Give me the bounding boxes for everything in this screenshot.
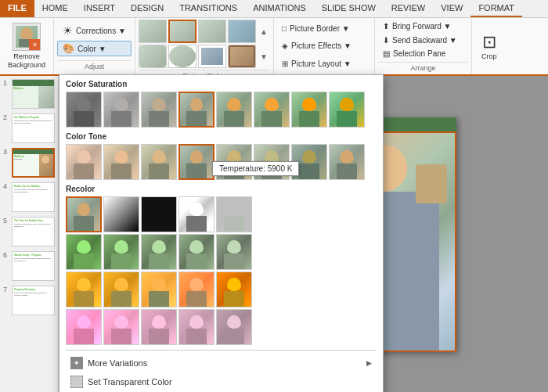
tab-format[interactable]: FORMAT — [470, 0, 522, 17]
recolor-green-2[interactable] — [103, 234, 139, 270]
slide-num-7: 7 — [3, 286, 9, 293]
slide-thumb-3[interactable]: 3 WellnessScreenings — [3, 148, 55, 178]
tone-2[interactable] — [141, 144, 177, 180]
ribbon-group-right: □ Picture Border ▼ ◈ Picture Effects ▼ ⊞… — [274, 18, 375, 74]
picture-style-3[interactable] — [198, 20, 226, 43]
recolor-green-4[interactable] — [178, 234, 215, 270]
tab-insert[interactable]: INSERT — [76, 0, 123, 17]
bring-forward-button[interactable]: ⬆ Bring Forward ▼ — [378, 20, 468, 32]
scroll-down-icon[interactable]: ▼ — [258, 45, 270, 68]
saturation-6[interactable] — [291, 92, 327, 128]
saturation-0[interactable] — [66, 92, 102, 128]
recolor-purple-2[interactable] — [103, 309, 139, 345]
picture-effects-button[interactable]: ◈ Picture Effects ▼ — [277, 40, 371, 52]
recolor-orange-1[interactable] — [66, 272, 102, 307]
picture-layout-button[interactable]: ⊞ Picture Layout ▼ — [277, 58, 371, 70]
saturation-5[interactable] — [254, 92, 290, 128]
picture-effects-label: Picture Effects ▼ — [291, 41, 352, 50]
recolor-black[interactable] — [141, 196, 177, 232]
slide-img-7: Program Summary Summary of all wellness … — [12, 286, 55, 315]
saturation-1[interactable] — [103, 92, 139, 128]
saturation-4[interactable] — [216, 92, 252, 128]
tab-file[interactable]: FILE — [0, 0, 34, 17]
tab-review[interactable]: REVIEW — [384, 0, 433, 17]
bring-forward-label: Bring Forward ▼ — [392, 22, 451, 31]
arrange-group-label: Arrange — [378, 62, 468, 72]
color-saturation-grid — [66, 92, 377, 128]
recolor-orange-2[interactable] — [103, 272, 139, 307]
recolor-orange-5[interactable] — [216, 272, 252, 307]
corrections-button[interactable]: ☀ Corrections ▼ — [57, 22, 132, 39]
picture-style-4[interactable] — [228, 20, 256, 43]
tab-view[interactable]: VIEW — [433, 0, 470, 17]
ribbon-content: ✕ Remove Background ☀ Corrections ▼ 🎨 Co… — [0, 18, 548, 76]
recolor-washout[interactable] — [216, 196, 252, 232]
remove-background-button[interactable]: ✕ Remove Background — [3, 20, 50, 73]
more-variations-label: More Variations — [88, 358, 147, 368]
recolor-orange-3[interactable] — [141, 272, 177, 307]
tone-1[interactable] — [103, 144, 139, 180]
slide-num-4: 4 — [3, 182, 9, 190]
recolor-green-3[interactable] — [141, 234, 177, 270]
ribbon-group-picture-styles: ▲ ▼ Picture Styles — [135, 18, 274, 74]
recolor-grid-row3 — [66, 272, 377, 307]
recolor-orange-4[interactable] — [178, 272, 215, 307]
recolor-green-1[interactable] — [66, 234, 102, 270]
slide-thumb-5[interactable]: 5 The Time for Healthy Star... Informati… — [3, 217, 55, 246]
picture-border-label: Picture Border ▼ — [290, 24, 350, 33]
picture-layout-label: Picture Layout ▼ — [291, 59, 352, 68]
recolor-purple-3[interactable] — [141, 309, 177, 345]
color-label: Color ▼ — [78, 45, 106, 53]
saturation-2[interactable] — [141, 92, 177, 128]
more-variations-item[interactable]: ✦ More Variations ▶ — [66, 354, 377, 372]
recolor-title: Recolor — [66, 185, 377, 193]
ribbon-group-adjust: ✕ Remove Background — [0, 18, 54, 74]
slide-thumb-2[interactable]: 2 Our Wellness Program Lorem ipsum dolor… — [3, 113, 55, 143]
set-transparent-label: Set Transparent Color — [88, 377, 172, 387]
remove-background-label: Remove Background — [8, 52, 45, 70]
selection-pane-label: Selection Pane — [393, 49, 445, 58]
recolor-purple-1[interactable] — [66, 309, 102, 345]
slide-thumb-7[interactable]: 7 Program Summary Summary of all wellnes… — [3, 286, 55, 315]
picture-style-7[interactable] — [198, 45, 226, 68]
slide-thumb-6[interactable]: 6 Simple Comp... Program Simple comprehe… — [3, 251, 55, 281]
scroll-up-icon[interactable]: ▲ — [258, 20, 270, 43]
color-tone-title: Color Tone — [66, 132, 377, 141]
tone-7[interactable] — [329, 144, 365, 180]
color-button[interactable]: 🎨 Color ▼ — [57, 41, 132, 56]
slide-num-6: 6 — [3, 251, 9, 259]
tone-0[interactable] — [66, 144, 102, 180]
tab-slideshow[interactable]: SLIDE SHOW — [314, 0, 384, 17]
tab-transitions[interactable]: TRANSITIONS — [171, 0, 245, 17]
picture-style-6[interactable] — [168, 45, 196, 68]
slide-num-3: 3 — [3, 148, 9, 156]
saturation-3[interactable] — [178, 92, 215, 128]
recolor-purple-5[interactable] — [216, 309, 252, 345]
recolor-purple-4[interactable] — [178, 309, 215, 345]
main-area: 1 Wellness 2 Our Wellness Program Lorem … — [0, 76, 548, 392]
tab-animations[interactable]: ANIMATIONS — [245, 0, 314, 17]
slide-img-5: The Time for Healthy Star... Information… — [12, 217, 55, 246]
recolor-high-contrast[interactable] — [178, 196, 215, 232]
picture-style-8[interactable] — [228, 45, 256, 68]
picture-style-2[interactable] — [168, 20, 196, 43]
send-backward-button[interactable]: ⬇ Send Backward ▼ — [378, 34, 468, 46]
recolor-no-recolor[interactable] — [66, 196, 102, 232]
tab-home[interactable]: HOME — [34, 0, 76, 17]
recolor-green-5[interactable] — [216, 234, 252, 270]
tone-3[interactable] — [178, 144, 215, 180]
slide-thumb-4[interactable]: 4 Health Tips for Healthy... Tips and ad… — [3, 182, 55, 212]
selection-pane-button[interactable]: ▤ Selection Pane — [378, 48, 468, 59]
tab-design[interactable]: DESIGN — [123, 0, 171, 17]
picture-style-1[interactable] — [139, 20, 167, 43]
color-saturation-title: Color Saturation — [66, 80, 377, 88]
crop-button[interactable]: ⊡ Crop — [475, 29, 503, 63]
saturation-7[interactable] — [329, 92, 365, 128]
slide-img-3: WellnessScreenings — [12, 148, 55, 178]
slide-thumb-1[interactable]: 1 Wellness — [3, 79, 55, 109]
picture-border-button[interactable]: □ Picture Border ▼ — [277, 23, 371, 34]
recolor-grayscale[interactable] — [103, 196, 139, 232]
dropdown-separator — [66, 350, 377, 351]
set-transparent-item[interactable]: Set Transparent Color — [66, 372, 377, 391]
picture-style-5[interactable] — [139, 45, 167, 68]
